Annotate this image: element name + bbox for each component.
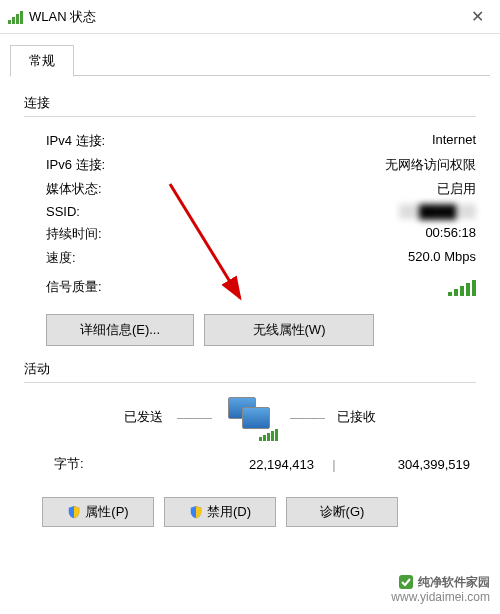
- tab-strip: 常规: [0, 34, 500, 76]
- shield-icon: [189, 505, 203, 519]
- network-computers-icon: [224, 395, 276, 439]
- recv-label: 已接收: [337, 408, 376, 426]
- divider: [24, 116, 476, 117]
- bytes-label: 字节:: [54, 455, 174, 473]
- media-label: 媒体状态:: [46, 180, 102, 198]
- row-speed: 速度: 520.0 Mbps: [24, 246, 476, 270]
- duration-label: 持续时间:: [46, 225, 102, 243]
- titlebar: WLAN 状态 ✕: [0, 0, 500, 34]
- row-ipv4: IPv4 连接: Internet: [24, 129, 476, 153]
- disable-label: 禁用(D): [207, 503, 251, 521]
- media-value: 已启用: [437, 180, 476, 198]
- quality-label: 信号质量:: [46, 278, 102, 296]
- bytes-recv-value: 304,399,519: [354, 457, 476, 472]
- section-activity-title: 活动: [24, 360, 476, 378]
- watermark: 纯净软件家园 www.yidaimei.com: [391, 574, 490, 606]
- row-ipv6: IPv6 连接: 无网络访问权限: [24, 153, 476, 177]
- row-media: 媒体状态: 已启用: [24, 177, 476, 201]
- details-button[interactable]: 详细信息(E)...: [46, 314, 194, 346]
- window-title: WLAN 状态: [29, 8, 454, 26]
- row-ssid: SSID: ████: [24, 201, 476, 222]
- bytes-sent-value: 22,194,413: [174, 457, 314, 472]
- tab-general[interactable]: 常规: [10, 45, 74, 77]
- row-duration: 持续时间: 00:56:18: [24, 222, 476, 246]
- dash-line: ———: [290, 410, 323, 425]
- wireless-properties-button[interactable]: 无线属性(W): [204, 314, 374, 346]
- svg-rect-1: [399, 575, 413, 589]
- sent-label: 已发送: [124, 408, 163, 426]
- duration-value: 00:56:18: [425, 225, 476, 243]
- disable-button[interactable]: 禁用(D): [164, 497, 276, 527]
- signal-bars-icon: [448, 280, 476, 296]
- watermark-title: 纯净软件家园: [418, 575, 490, 591]
- divider: [24, 382, 476, 383]
- ipv6-label: IPv6 连接:: [46, 156, 105, 174]
- ipv4-label: IPv4 连接:: [46, 132, 105, 150]
- watermark-url: www.yidaimei.com: [391, 590, 490, 606]
- activity-visual: 已发送 ——— ——— 已接收: [24, 395, 476, 439]
- wifi-signal-icon: [8, 10, 23, 24]
- ipv6-value: 无网络访问权限: [385, 156, 476, 174]
- dash-line: ———: [177, 410, 210, 425]
- speed-label: 速度:: [46, 249, 76, 267]
- diagnose-label: 诊断(G): [320, 503, 365, 521]
- row-signal-quality: 信号质量:: [24, 270, 476, 308]
- section-connection-title: 连接: [24, 94, 476, 112]
- watermark-icon: [398, 574, 414, 590]
- bytes-separator: |: [314, 457, 354, 472]
- properties-button[interactable]: 属性(P): [42, 497, 154, 527]
- close-button[interactable]: ✕: [454, 0, 500, 34]
- ipv4-value: Internet: [432, 132, 476, 150]
- properties-label: 属性(P): [85, 503, 128, 521]
- ssid-value: ████: [399, 204, 476, 219]
- diagnose-button[interactable]: 诊断(G): [286, 497, 398, 527]
- ssid-label: SSID:: [46, 204, 80, 219]
- bytes-row: 字节: 22,194,413 | 304,399,519: [24, 449, 476, 479]
- shield-icon: [67, 505, 81, 519]
- speed-value: 520.0 Mbps: [408, 249, 476, 267]
